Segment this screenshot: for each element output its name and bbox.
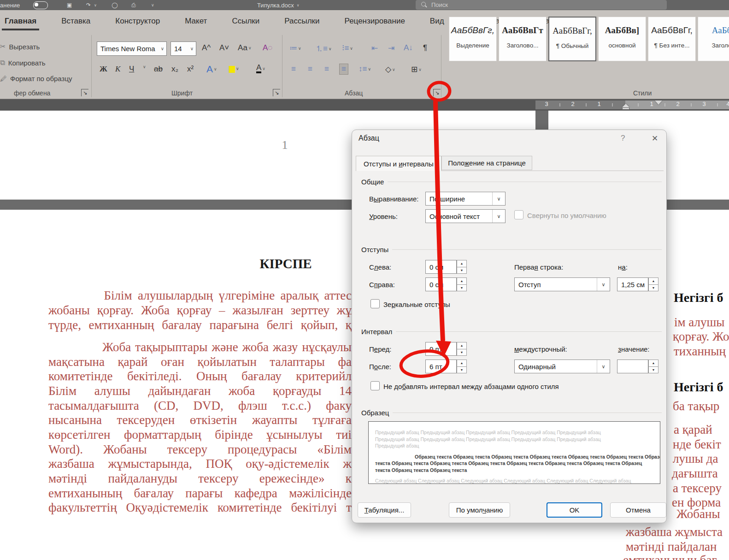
font-name-combo[interactable]: Times New Roma∨: [97, 41, 167, 56]
font-size-combo[interactable]: 14∨: [170, 41, 196, 56]
spacing-before-spinner[interactable]: 0 пт ▲▼: [425, 342, 467, 356]
bold-button[interactable]: Ж: [100, 65, 107, 74]
line-spacing-label: междустрочный:: [514, 345, 567, 353]
at-spinner[interactable]: ▲▼: [617, 360, 658, 373]
font-group-label: Шрифт: [171, 89, 193, 97]
style-card-3[interactable]: АаБбВв]основной: [598, 17, 646, 61]
ribbon-tab-ссылки[interactable]: Ссылки: [229, 14, 262, 30]
help-icon[interactable]: ?: [621, 134, 625, 143]
no-space-same-style-checkbox[interactable]: [370, 381, 380, 390]
bullets-button[interactable]: ≔∨: [289, 43, 301, 53]
ribbon-tab-главная[interactable]: Главная: [2, 14, 39, 30]
left-indent-marker[interactable]: [622, 107, 629, 110]
strikethrough-button[interactable]: ab: [154, 65, 163, 74]
ribbon-tab-конструктор[interactable]: Конструктор: [112, 14, 163, 30]
style-card-5[interactable]: АаБбЗаголо: [698, 17, 729, 61]
ribbon-tab-рассылки[interactable]: Рассылки: [282, 14, 322, 30]
tab-line-page-breaks[interactable]: Положение на странице: [441, 156, 532, 170]
by-spinner[interactable]: 1,25 см ▲▼: [617, 277, 658, 291]
title-bar: анение ▣ ↷∨ ◯ ⎙ ∨ Типулка.docx∨ Поиск: [0, 0, 729, 10]
paragraph-dialog-launcher[interactable]: ↘: [433, 89, 441, 96]
ruler-number: 3: [702, 100, 705, 107]
document-title[interactable]: Типулка.docx∨: [257, 0, 300, 10]
search-input[interactable]: Поиск: [416, 0, 667, 10]
preview-line: Предыдущий абзац Предыдущий абзац Предыд…: [375, 436, 655, 443]
superscript-button[interactable]: x²: [187, 65, 194, 74]
collapsed-by-default-checkbox[interactable]: [514, 210, 523, 219]
increase-indent-button[interactable]: ⇥: [388, 43, 394, 53]
numbering-button[interactable]: ⒈≡∨: [315, 43, 332, 54]
line-spacing-dropdown[interactable]: Одинарный ∨: [514, 360, 610, 373]
tab-indents-spacing[interactable]: Отступы и интервалы: [356, 156, 441, 171]
cancel-button[interactable]: Отмена: [610, 502, 666, 518]
line-spacing-button[interactable]: ↕≡∨: [359, 65, 371, 74]
first-line-indent-marker[interactable]: [655, 100, 662, 105]
multilevel-list-button[interactable]: ⁝≡∨: [342, 43, 353, 53]
autosave-toggle[interactable]: [33, 0, 48, 10]
chevron-down-icon: ∨: [597, 278, 610, 291]
indent-right-spinner[interactable]: 0 см ▲▼: [425, 277, 467, 291]
style-card-4[interactable]: АаБбВвГг,¶ Без инте...: [648, 17, 696, 61]
hanging-indent-marker[interactable]: [622, 104, 629, 107]
section-indents: Отступы: [361, 246, 662, 253]
first-line-dropdown[interactable]: Отступ ∨: [514, 277, 610, 291]
sort-button[interactable]: А↓: [404, 43, 413, 53]
undo-icon[interactable]: ↷∨: [83, 0, 97, 10]
ribbon-tab-макет[interactable]: Макет: [182, 14, 210, 30]
spin-up-icon: ▲: [648, 277, 658, 285]
align-center-button[interactable]: ≡: [308, 65, 312, 74]
font-dialog-launcher[interactable]: ↘: [273, 89, 280, 96]
save-icon[interactable]: ▣: [64, 0, 75, 10]
grow-font-button[interactable]: А^: [202, 43, 211, 53]
paragraph-preview: Предыдущий абзац Предыдущий абзац Предыд…: [368, 421, 660, 484]
shrink-font-button[interactable]: А˅: [219, 43, 229, 53]
indent-left-spinner[interactable]: 0 см ▲▼: [425, 260, 467, 274]
clipboard-dialog-launcher[interactable]: ↘: [81, 89, 88, 96]
ruler-tick: [665, 103, 665, 106]
text-effects-button[interactable]: А∨: [206, 64, 217, 75]
align-right-button[interactable]: ≡: [324, 65, 329, 74]
default-button[interactable]: По умолчанию: [449, 502, 510, 518]
clear-formatting-button[interactable]: А◌: [263, 43, 272, 53]
underline-chevron-icon[interactable]: ∨: [142, 65, 146, 69]
subscript-button[interactable]: x₂: [171, 65, 178, 74]
mirror-indents-checkbox[interactable]: [370, 299, 380, 308]
alignment-dropdown[interactable]: По ширине ∨: [425, 192, 506, 206]
document-text-fragment: жазбаша жұмыста: [626, 525, 723, 539]
justify-button[interactable]: ≡: [339, 64, 348, 75]
ribbon-tab-рецензирование[interactable]: Рецензирование: [342, 14, 408, 30]
by-label: на:: [618, 263, 628, 271]
spin-down-icon: ▼: [457, 267, 467, 274]
level-dropdown[interactable]: Основной текст ∨: [425, 209, 506, 223]
ok-button[interactable]: OK: [547, 502, 602, 518]
spacing-after-spinner[interactable]: 6 пт ▲▼: [425, 360, 467, 373]
style-card-1[interactable]: АаБбВвГтЗаголово...: [499, 17, 547, 61]
style-card-2[interactable]: АаБбВвГг,¶ Обычный: [548, 17, 596, 61]
document-text-fragment: ім алушы: [674, 315, 724, 330]
borders-button[interactable]: ⊞∨: [411, 65, 422, 74]
underline-button[interactable]: Ч: [129, 65, 134, 74]
clipboard-item[interactable]: ✂Вырезать: [0, 42, 40, 51]
style-card-0[interactable]: АаБбВвГг,Выделение: [449, 17, 497, 61]
at-label: значение:: [618, 345, 650, 353]
highlight-button[interactable]: ▆∨: [229, 64, 239, 73]
document-text-fragment: Жобаны: [676, 507, 720, 521]
document-text-fragment: ба тақыр: [673, 399, 719, 413]
print-preview-icon[interactable]: ⎙: [128, 0, 139, 10]
align-left-button[interactable]: ≡: [291, 65, 296, 74]
ruler-number: 2: [571, 100, 574, 107]
indent-right-label: Справа:: [369, 281, 395, 289]
decrease-indent-button[interactable]: ⇤: [371, 43, 378, 53]
tabs-button[interactable]: Табуляция...: [358, 502, 411, 518]
clipboard-item[interactable]: 🖉Формат по образцу: [0, 75, 72, 83]
shading-button[interactable]: ◇∨: [385, 65, 395, 74]
font-color-button[interactable]: А∨: [256, 64, 265, 73]
italic-button[interactable]: К: [115, 65, 120, 74]
change-case-button[interactable]: Аа∨: [238, 43, 252, 53]
clipboard-item[interactable]: ⧉Копировать: [0, 59, 45, 67]
ribbon-tab-вставка[interactable]: Вставка: [59, 14, 93, 30]
ribbon-tab-вид[interactable]: Вид: [427, 14, 447, 30]
show-marks-button[interactable]: ¶: [423, 43, 427, 53]
quick-access-chevron-icon[interactable]: ∨: [151, 0, 154, 10]
close-icon[interactable]: ✕: [652, 134, 658, 143]
